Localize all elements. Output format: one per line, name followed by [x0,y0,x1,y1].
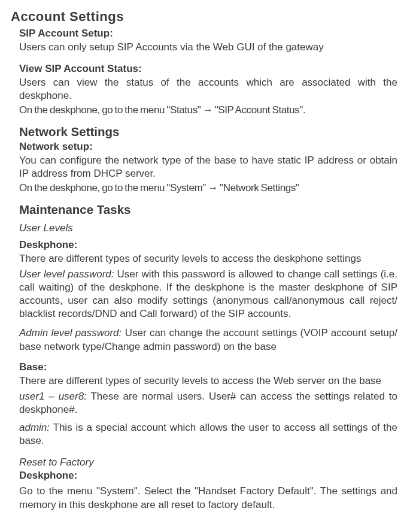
user-levels-heading: User Levels [19,222,397,235]
sip-account-setup-heading: SIP Account Setup: [19,27,397,40]
view-sip-status-body-1: Users can view the status of the account… [19,76,397,102]
maintenance-tasks-title: Maintenance Tasks [19,202,397,218]
base-body: There are different types of security le… [19,374,397,388]
user1-user8-block: user1 – user8: These are normal users. U… [19,390,397,416]
reset-deskphone-body: Go to the menu "System". Select the "Han… [19,485,397,511]
view-sip-status-body-2: On the deskphone, go to the menu "Status… [19,104,397,117]
user-level-password-lead: User level password: [19,268,114,280]
deskphone-body: There are different types of security le… [19,252,397,265]
network-setup-heading: Network setup: [19,140,397,153]
admin-account-lead: admin: [19,422,50,433]
user1-user8-lead: user1 – user8: [19,391,87,402]
view-sip-status-heading: View SIP Account Status: [19,62,397,75]
admin-account-block: admin: This is a special account which a… [19,421,397,448]
network-setup-body-2: On the deskphone, go to the menu "System… [19,182,397,195]
admin-account-body: This is a special account which allows t… [19,422,397,446]
network-setup-body-1: You can configure the network type of th… [19,154,397,180]
reset-to-factory-heading: Reset to Factory [19,456,397,469]
reset-deskphone-heading: Deskphone: [19,469,397,482]
deskphone-heading: Deskphone: [19,238,397,252]
admin-level-password-lead: Admin level password: [19,327,122,338]
user-level-password-block: User level password: User with this pass… [19,268,397,321]
sip-account-setup-body: Users can only setup SIP Accounts via th… [19,41,397,54]
network-settings-title: Network Settings [19,124,397,140]
admin-level-password-block: Admin level password: User can change th… [19,327,397,353]
base-heading: Base: [19,361,397,374]
account-settings-title: Account Settings [11,8,397,26]
